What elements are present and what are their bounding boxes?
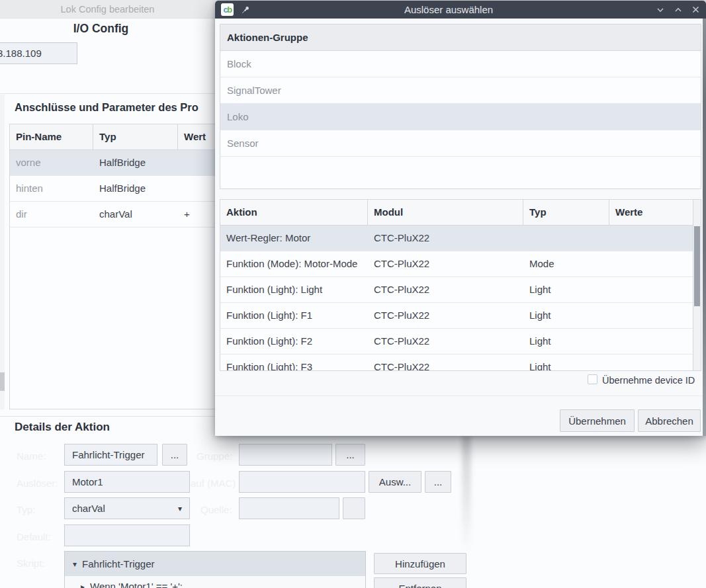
chevron-collapsed-icon: ▸ — [81, 582, 85, 588]
modul-cell: CTC-PluX22 — [368, 277, 523, 302]
table-row[interactable]: Funktion (Mode): Motor-Mode CTC-PluX22 M… — [220, 251, 693, 277]
actions-scrollbar-thumb[interactable] — [694, 226, 700, 306]
actions-scrollbar-track[interactable] — [693, 199, 701, 371]
auf-mac-browse-button[interactable]: ... — [425, 471, 451, 493]
script-tree-root-label: Fahrlicht-Trigger — [82, 558, 154, 569]
dialog-footer-divider — [215, 396, 706, 396]
typ-cell: HalfBridge — [93, 150, 178, 175]
device-id-input[interactable] — [0, 42, 77, 64]
dialog-shadow — [462, 436, 471, 581]
pin-table-col-typ: Typ — [93, 124, 178, 149]
werte-cell — [609, 277, 693, 302]
actions-table: Aktion Modul Typ Werte Wert-Regler: Moto… — [220, 199, 693, 371]
table-row[interactable]: Funktion (Light): F2 CTC-PluX22 Light — [220, 329, 693, 355]
quelle-input[interactable] — [239, 497, 339, 519]
remove-button[interactable]: Entfernen — [374, 577, 466, 588]
typ-cell — [523, 226, 609, 251]
add-button[interactable]: Hinzufügen — [374, 553, 466, 574]
aktion-cell: Wert-Regler: Motor — [220, 226, 368, 251]
col-aktion: Aktion — [220, 200, 368, 225]
werte-cell — [609, 226, 693, 251]
pins-section-heading: Anschlüsse und Parameter des Pro — [15, 101, 199, 114]
action-groups-header: Aktionen-Gruppe — [220, 24, 701, 51]
modul-cell: CTC-PluX22 — [368, 303, 523, 328]
list-item[interactable]: Sensor — [220, 130, 701, 157]
typ-cell: Light — [523, 329, 609, 354]
background-window-title: Lok Config bearbeiten — [0, 0, 215, 19]
script-tree-root[interactable]: ▾ Fahrlicht-Trigger — [65, 552, 365, 576]
script-tree-child-label: Wenn 'Motor1' == '+': — [90, 581, 183, 588]
modul-cell: CTC-PluX22 — [368, 329, 523, 354]
typ-select[interactable]: charVal ▾ — [64, 497, 190, 519]
aktion-cell: Funktion (Light): F1 — [220, 303, 368, 328]
list-item[interactable]: SignalTower — [220, 77, 701, 104]
gruppe-input[interactable] — [239, 444, 332, 466]
quelle-browse-button[interactable] — [343, 497, 365, 519]
typ-select-value: charVal — [72, 503, 105, 514]
aktion-cell: Funktion (Mode): Motor-Mode — [220, 251, 368, 276]
ausloeser-input[interactable] — [64, 471, 190, 493]
gruppe-browse-button[interactable]: ... — [335, 444, 365, 466]
device-id-checkbox[interactable] — [588, 374, 597, 384]
aktion-cell: Funktion (Light): Light — [220, 277, 368, 302]
shade-icon[interactable] — [656, 5, 665, 15]
window-scrollbar-edge[interactable] — [703, 19, 706, 436]
typ-cell: HalfBridge — [93, 176, 178, 201]
dialog-titlebar[interactable]: c b Auslöser auswählen — [215, 1, 706, 19]
pin-cell: hinten — [10, 176, 93, 201]
name-browse-button[interactable]: ... — [162, 444, 187, 466]
pin-cell: dir — [10, 202, 93, 227]
list-item[interactable]: Loko — [220, 104, 701, 130]
col-typ: Typ — [523, 200, 609, 225]
left-scrollbar-thumb[interactable] — [0, 372, 5, 391]
list-item[interactable]: Block — [220, 51, 701, 77]
name-input[interactable] — [64, 444, 157, 466]
logo-letter-b: b — [227, 5, 231, 15]
table-row[interactable]: Funktion (Light): Light CTC-PluX22 Light — [220, 277, 693, 303]
pin-cell: vorne — [10, 150, 93, 175]
actions-table-header: Aktion Modul Typ Werte — [220, 200, 693, 226]
skript-label: Skript: — [17, 558, 45, 569]
auf-mac-label: auf (MAC) — [191, 478, 236, 489]
left-scrollbar-track[interactable] — [0, 95, 5, 409]
io-config-heading: I/O Config — [0, 22, 202, 36]
typ-cell: Light — [523, 355, 609, 371]
modul-cell: CTC-PluX22 — [368, 251, 523, 276]
typ-cell: Light — [523, 277, 609, 302]
auswahl-button[interactable]: Ausw... — [369, 471, 421, 493]
close-icon[interactable] — [691, 5, 700, 14]
table-row[interactable]: Wert-Regler: Motor CTC-PluX22 — [220, 226, 693, 251]
auf-mac-input[interactable] — [239, 471, 365, 493]
werte-cell — [609, 251, 693, 276]
col-werte: Werte — [609, 200, 693, 225]
action-groups-list: Aktionen-Gruppe Block SignalTower Loko S… — [220, 24, 701, 189]
name-label: Name: — [17, 450, 46, 462]
typ-cell: Light — [523, 303, 609, 328]
werte-cell — [609, 355, 693, 371]
cancel-button[interactable]: Abbrechen — [638, 409, 701, 432]
ausloeser-dialog: c b Auslöser auswählen Aktionen-Gruppe B… — [215, 1, 706, 436]
aktion-cell: Funktion (Light): F2 — [220, 329, 368, 354]
unshade-icon[interactable] — [674, 5, 683, 15]
app-logo: c b — [221, 3, 234, 16]
chevron-down-icon: ▾ — [178, 504, 182, 513]
details-heading: Details der Aktion — [15, 421, 110, 434]
dialog-title: Auslöser auswählen — [250, 4, 647, 15]
script-tree: ▾ Fahrlicht-Trigger ▸ Wenn 'Motor1' == '… — [64, 551, 366, 588]
modul-cell: CTC-PluX22 — [368, 355, 523, 371]
aktion-cell: Funktion (Light): F3 — [220, 355, 368, 371]
pin-icon[interactable] — [242, 5, 250, 14]
col-modul: Modul — [368, 200, 523, 225]
typ-label: Typ: — [17, 504, 35, 515]
table-row[interactable]: Funktion (Light): F1 CTC-PluX22 Light — [220, 303, 693, 329]
werte-cell — [609, 303, 693, 328]
pin-table-col-pin-name: Pin-Name — [10, 124, 93, 149]
gruppe-label: Gruppe: — [197, 450, 232, 462]
table-row[interactable]: Funktion (Light): F3 CTC-PluX22 Light — [220, 355, 693, 371]
apply-button[interactable]: Übernehmen — [560, 409, 635, 432]
script-tree-child[interactable]: ▸ Wenn 'Motor1' == '+': — [81, 581, 365, 588]
typ-cell: charVal — [93, 202, 178, 227]
default-input[interactable] — [64, 525, 190, 546]
device-id-checkbox-label: Übernehme device ID — [602, 375, 695, 386]
typ-cell: Mode — [523, 251, 609, 276]
